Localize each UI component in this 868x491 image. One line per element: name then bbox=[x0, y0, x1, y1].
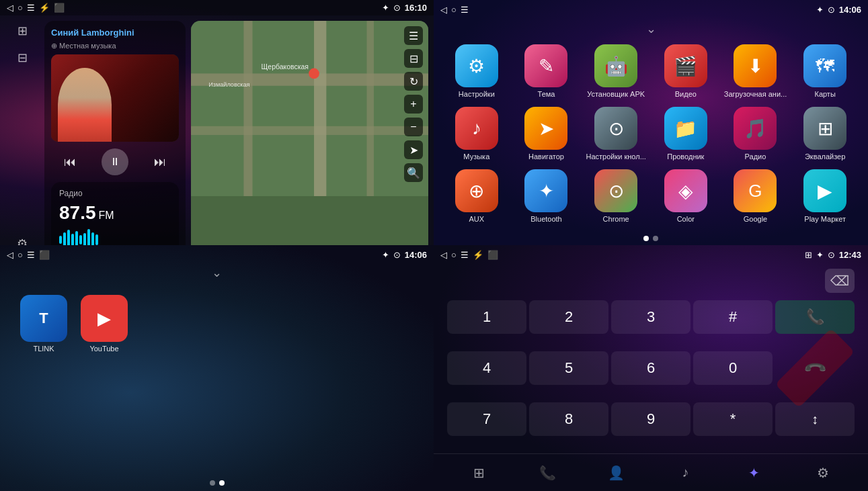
q3-location-icon: ⊙ bbox=[393, 250, 401, 260]
dialpad-key-3[interactable]: 3 bbox=[611, 300, 691, 334]
q4-menu-icon[interactable]: ☰ bbox=[461, 250, 469, 260]
wave-bar-9 bbox=[91, 232, 94, 245]
q4-back-icon[interactable]: ◁ bbox=[440, 250, 447, 260]
q1-statusbar-left: ◁ ○ ☰ ⚡ ⬛ bbox=[7, 3, 65, 13]
app-item-radio[interactable]: 🎵 Радио bbox=[723, 107, 788, 164]
q4-location-icon: ⊙ bbox=[828, 250, 835, 260]
app-item-maps[interactable]: 🗺 Карты bbox=[793, 44, 857, 101]
q3-app-youtube[interactable]: ▶ YouTube bbox=[81, 295, 128, 353]
dropdown-chevron-icon[interactable]: ⌄ bbox=[646, 21, 656, 36]
player-subtitle: ⊕ Местная музыка bbox=[51, 42, 179, 50]
dialpad-key-#[interactable]: # bbox=[693, 300, 773, 334]
map-refresh-btn[interactable]: ↻ bbox=[404, 72, 423, 91]
svg-rect-2 bbox=[191, 126, 428, 135]
app-label-video: Видео bbox=[675, 90, 697, 99]
map-view[interactable]: Щербаковская Измайловская ☰ ⊟ ↻ + − ➤ 🔍 bbox=[191, 21, 428, 245]
app-item-video[interactable]: 🎬 Видео bbox=[654, 44, 718, 101]
q3-screenshot-icon: ⬛ bbox=[39, 250, 50, 260]
map-zoom-out-btn[interactable]: − bbox=[404, 118, 423, 136]
dialpad-key-4[interactable]: 4 bbox=[447, 351, 526, 385]
dialpad-key-7[interactable]: 7 bbox=[447, 402, 526, 436]
sidebar-top-icons: ⊞ ⊟ bbox=[5, 24, 39, 65]
dialpad-key-8[interactable]: 8 bbox=[529, 402, 608, 436]
app-item-music[interactable]: ♪ Музыка bbox=[444, 107, 509, 164]
backspace-button[interactable]: ⌫ bbox=[825, 269, 855, 293]
app-item-files[interactable]: 📁 Проводник bbox=[654, 107, 718, 164]
settings-sidebar-icon[interactable]: ⚙ bbox=[17, 236, 28, 245]
home-icon[interactable]: ○ bbox=[17, 3, 23, 13]
folder-sidebar-icon[interactable]: ⊟ bbox=[17, 50, 28, 65]
dialpad-key-9[interactable]: 9 bbox=[611, 402, 691, 436]
next-button[interactable]: ⏭ bbox=[154, 155, 166, 169]
q3-page-dot-2[interactable] bbox=[219, 480, 225, 486]
q2-app-grid-container: ⚙ Настройки ✎ Тема 🤖 Установщик APK 🎬 Ви… bbox=[434, 39, 868, 232]
map-search-btn[interactable]: 🔍 bbox=[404, 163, 423, 182]
wave-bar-2 bbox=[63, 232, 66, 245]
dialpad-key-2[interactable]: 2 bbox=[529, 300, 608, 334]
q2-home-icon[interactable]: ○ bbox=[451, 5, 457, 15]
q2-back-icon[interactable]: ◁ bbox=[440, 5, 447, 15]
app-icon-apk: 🤖 bbox=[594, 44, 637, 87]
app-label-radio: Радио bbox=[745, 152, 766, 161]
app-item-settings[interactable]: ⚙ Настройки bbox=[444, 44, 509, 101]
svg-rect-0 bbox=[191, 21, 428, 196]
page-dot-1[interactable] bbox=[643, 236, 649, 241]
q4-home-icon[interactable]: ○ bbox=[451, 250, 457, 260]
q3-home-icon[interactable]: ○ bbox=[17, 250, 23, 260]
dialpad-key-hangup[interactable]: 📞 bbox=[775, 328, 855, 408]
play-pause-button[interactable]: ⏸ bbox=[102, 148, 128, 175]
app-item-chrome[interactable]: ⊙ Chrome bbox=[584, 169, 648, 226]
app-label-navigator: Навигатор bbox=[528, 152, 564, 161]
settings-tab[interactable]: ⚙ bbox=[808, 459, 838, 486]
wave-bar-8 bbox=[87, 229, 90, 245]
q3-page-dot-1[interactable] bbox=[210, 480, 215, 486]
contacts-tab[interactable]: 👤 bbox=[602, 459, 631, 486]
bluetooth-tab[interactable]: ✦ bbox=[739, 459, 768, 486]
q3-chevron-icon[interactable]: ⌄ bbox=[212, 265, 222, 280]
music-tab[interactable]: ♪ bbox=[670, 459, 700, 486]
q2-menu-icon[interactable]: ☰ bbox=[461, 5, 469, 15]
map-bookmark-btn[interactable]: ⊟ bbox=[404, 49, 423, 68]
back-icon[interactable]: ◁ bbox=[7, 3, 13, 13]
q3-menu-icon[interactable]: ☰ bbox=[27, 250, 35, 260]
q3-label-youtube: YouTube bbox=[89, 345, 118, 353]
dialpad-key-*[interactable]: * bbox=[693, 402, 773, 436]
q3-label-tlink: TLINK bbox=[33, 345, 54, 353]
app-item-navigator[interactable]: ➤ Навигатор bbox=[514, 107, 579, 164]
app-item-google[interactable]: G Google bbox=[723, 169, 788, 226]
dialpad-key-0[interactable]: 0 bbox=[693, 351, 773, 385]
app-item-bluetooth[interactable]: ✦ Bluetooth bbox=[514, 169, 579, 226]
app-item-equalizer[interactable]: ⊞ Эквалайзер bbox=[793, 107, 857, 164]
q2-bluetooth-icon: ✦ bbox=[816, 5, 824, 15]
q3-app-tlink[interactable]: T TLINK bbox=[20, 295, 67, 353]
q4-bluetooth-icon: ✦ bbox=[816, 250, 824, 260]
dialpad-key-6[interactable]: 6 bbox=[611, 351, 691, 385]
app-item-apk[interactable]: 🤖 Установщик APK bbox=[584, 44, 648, 101]
app-icon-chrome: ⊙ bbox=[594, 169, 637, 212]
menu-icon[interactable]: ☰ bbox=[27, 3, 35, 13]
app-label-bluetooth: Bluetooth bbox=[530, 215, 561, 224]
dialpad-key-1[interactable]: 1 bbox=[447, 300, 526, 334]
app-item-wheel[interactable]: ⊙ Настройки кнол... bbox=[584, 107, 648, 164]
dialpad-tab[interactable]: ⊞ bbox=[464, 459, 494, 486]
app-item-aux[interactable]: ⊕ AUX bbox=[444, 169, 509, 226]
page-dot-2[interactable] bbox=[653, 236, 658, 241]
app-label-playstore: Play Маркет bbox=[804, 215, 846, 224]
prev-button[interactable]: ⏮ bbox=[64, 155, 76, 169]
map-settings-btn[interactable]: ☰ bbox=[404, 26, 423, 45]
q2-dropdown[interactable]: ⌄ bbox=[434, 19, 868, 39]
app-label-google: Google bbox=[744, 215, 767, 224]
call-settings-tab[interactable]: 📞 bbox=[532, 459, 562, 486]
q3-back-icon[interactable]: ◁ bbox=[7, 250, 13, 260]
dialpad-key-↕[interactable]: ↕ bbox=[775, 402, 855, 436]
equalizer-sidebar-icon[interactable]: ⊞ bbox=[17, 24, 28, 38]
app-item-theme[interactable]: ✎ Тема bbox=[514, 44, 579, 101]
map-zoom-in-btn[interactable]: + bbox=[404, 95, 423, 114]
app-item-playstore[interactable]: ▶ Play Маркет bbox=[793, 169, 857, 226]
map-navigate-btn[interactable]: ➤ bbox=[404, 140, 423, 159]
dialpad-key-call[interactable]: 📞 bbox=[775, 300, 855, 334]
dialpad-key-5[interactable]: 5 bbox=[529, 351, 608, 385]
app-item-color[interactable]: ◈ Color bbox=[654, 169, 718, 226]
q3-dropdown[interactable]: ⌄ bbox=[0, 264, 434, 281]
app-item-download[interactable]: ⬇ Загрузочная ани... bbox=[723, 44, 788, 101]
